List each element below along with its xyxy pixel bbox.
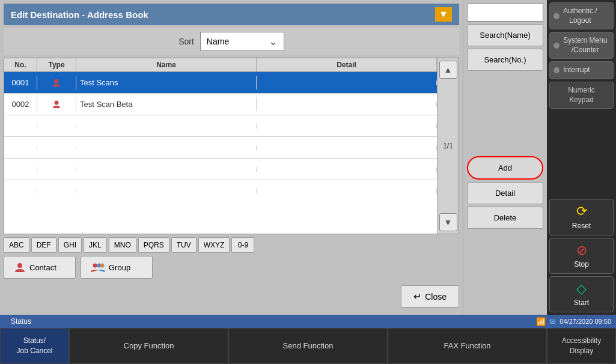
send-function-label: Send Function: [283, 341, 334, 351]
row-detail: [257, 102, 437, 107]
contact-icon: [14, 261, 26, 273]
start-button[interactable]: ◇ Start: [549, 276, 614, 312]
add-button[interactable]: Add: [467, 156, 543, 180]
col-no: No.: [4, 58, 37, 71]
fax-function-label: FAX Function: [444, 341, 490, 351]
detail-button[interactable]: Detail: [467, 182, 543, 204]
system-menu-label: System Menu/Counter: [563, 36, 607, 55]
person-icon: [52, 78, 61, 88]
close-button[interactable]: ↵ Close: [401, 285, 459, 308]
accessibility-label: AccessibilityDisplay: [562, 336, 601, 356]
row-type: [37, 76, 76, 90]
person-icon: [52, 100, 61, 109]
reset-label: Reset: [572, 222, 591, 231]
scroll-down-button[interactable]: ▼: [439, 213, 457, 231]
action-panel: Search(Name) Search(No.) Add Detail Dele…: [463, 0, 547, 315]
table-row[interactable]: [4, 180, 437, 202]
spacer2: [467, 231, 543, 312]
stop-label: Stop: [574, 260, 589, 270]
search-no-button[interactable]: Search(No.): [467, 49, 543, 71]
close-row: ↵ Close: [4, 282, 459, 311]
svg-point-1: [55, 100, 59, 105]
address-table: No. Type Name Detail 0001: [4, 58, 459, 234]
title-bar: Edit Destination - Address Book ▼: [4, 4, 459, 25]
search-field[interactable]: [467, 4, 543, 22]
sort-dropdown[interactable]: Name ⌄: [200, 32, 284, 51]
alpha-ghi-button[interactable]: GHI: [58, 237, 82, 253]
wifi-icon: 📶: [536, 317, 546, 326]
svg-point-3: [93, 264, 97, 268]
col-type: Type: [37, 58, 76, 71]
col-name: Name: [76, 58, 257, 71]
alpha-wxyz-button[interactable]: WXYZ: [198, 237, 230, 253]
interrupt-button[interactable]: Interrupt: [549, 61, 614, 79]
svg-point-0: [55, 79, 59, 83]
scroll-up-button[interactable]: ▲: [439, 61, 457, 79]
interrupt-label: Interrupt: [563, 65, 590, 75]
mail-icon: ✉: [549, 317, 556, 326]
alpha-pqrs-button[interactable]: PQRS: [138, 237, 169, 253]
group-icon: [91, 261, 105, 273]
sort-row: Sort Name ⌄: [4, 28, 459, 55]
chevron-down-icon: ⌄: [269, 35, 278, 48]
numeric-label: NumericKeypad: [568, 86, 595, 104]
led-indicator: [553, 13, 560, 19]
auth-logout-button[interactable]: Authentic./Logout: [549, 2, 614, 29]
alpha-jkl-button[interactable]: JKL: [84, 237, 107, 253]
stop-button[interactable]: ⊘ Stop: [549, 238, 614, 274]
alpha-09-button[interactable]: 0-9: [231, 237, 254, 253]
table-row[interactable]: [4, 137, 437, 159]
bottom-bar: Status/Job Cancel Copy Function Send Fun…: [0, 328, 616, 364]
spacer: [467, 73, 543, 154]
table-header: No. Type Name Detail: [4, 58, 437, 72]
system-menu-button[interactable]: System Menu/Counter: [549, 32, 614, 59]
svg-point-5: [100, 264, 105, 268]
status-tab[interactable]: Status: [5, 316, 37, 327]
send-function-button[interactable]: Send Function: [228, 328, 388, 364]
alpha-tuv-button[interactable]: TUV: [171, 237, 197, 253]
table-row[interactable]: [4, 115, 437, 137]
group-button[interactable]: Group: [81, 256, 153, 279]
table-row[interactable]: [4, 159, 437, 180]
copy-function-button[interactable]: Copy Function: [69, 328, 228, 364]
reset-button[interactable]: ⟳ Reset: [549, 199, 614, 235]
window-title: Edit Destination - Address Book: [11, 10, 148, 20]
contact-group-row: Contact Group: [4, 256, 459, 279]
svg-point-2: [17, 263, 22, 268]
right-panel: Authentic./Logout System Menu/Counter In…: [547, 0, 616, 315]
group-label: Group: [109, 263, 130, 272]
table-row[interactable]: 0002 Test Scan Beta: [4, 94, 437, 115]
contact-button[interactable]: Contact: [4, 256, 76, 279]
accessibility-display-button[interactable]: AccessibilityDisplay: [547, 328, 616, 364]
auth-logout-label: Authentic./Logout: [563, 7, 597, 25]
alpha-abc-button[interactable]: ABC: [4, 237, 29, 253]
enter-icon: ↵: [413, 291, 421, 302]
row-type: [37, 97, 76, 112]
page-indicator: 1/1: [443, 142, 453, 150]
close-label: Close: [425, 292, 447, 302]
col-detail: Detail: [257, 58, 437, 71]
status-job-cancel-button[interactable]: Status/Job Cancel: [0, 328, 69, 364]
interrupt-led: [553, 67, 560, 73]
alpha-mno-button[interactable]: MNO: [109, 237, 136, 253]
row-no: 0001: [4, 76, 37, 89]
table-row[interactable]: 0001 Test Scans: [4, 72, 437, 94]
alpha-row: ABC DEF GHI JKL MNO PQRS TUV WXYZ 0-9: [4, 237, 459, 253]
orange-indicator: ▼: [435, 7, 452, 22]
fax-function-button[interactable]: FAX Function: [388, 328, 547, 364]
start-label: Start: [574, 299, 589, 308]
row-name: Test Scans: [76, 76, 257, 89]
search-name-button[interactable]: Search(Name): [467, 24, 543, 46]
stop-icon: ⊘: [576, 242, 587, 259]
copy-function-label: Copy Function: [124, 341, 174, 351]
start-icon: ◇: [576, 281, 587, 298]
status-bar: Status 📶 ✉ 04/27/2020 09:50: [0, 315, 616, 328]
sys-led: [553, 43, 560, 49]
scroll-column: ▲ 1/1 ▼: [437, 58, 459, 234]
reset-icon: ⟳: [576, 203, 587, 220]
alpha-def-button[interactable]: DEF: [31, 237, 56, 253]
numeric-keypad-button[interactable]: NumericKeypad: [549, 82, 614, 109]
sort-value: Name: [207, 37, 229, 46]
status-job-label: Status/Job Cancel: [16, 336, 52, 356]
delete-button[interactable]: Delete: [467, 207, 543, 229]
